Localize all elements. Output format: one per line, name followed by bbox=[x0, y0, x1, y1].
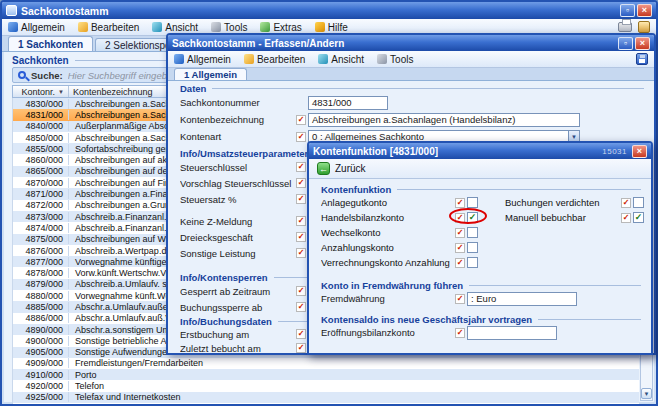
table-row[interactable]: 4920/000Telefon bbox=[13, 380, 639, 391]
bearbeiten-icon bbox=[244, 54, 254, 64]
modified-check-icon: ✓ bbox=[296, 216, 306, 226]
edit-menu-items: AllgemeinBearbeitenAnsichtTools bbox=[174, 54, 413, 65]
app-icon bbox=[6, 5, 17, 16]
account-number: 4910/000 bbox=[13, 370, 69, 380]
buchungssperre-ab-label: Buchungssperre ab bbox=[180, 302, 294, 313]
edit-window-buttons: ▫ × bbox=[618, 37, 650, 50]
window-menu-button[interactable]: ▫ bbox=[620, 4, 635, 17]
account-name: Fremdleistungen/Fremdarbeiten bbox=[69, 358, 639, 368]
edit-window-title: Sachkontostamm - Erfassen/Ändern bbox=[172, 38, 614, 49]
account-number: 4879/000 bbox=[13, 279, 69, 289]
menu-item-hilfe[interactable]: Hilfe bbox=[315, 22, 348, 33]
table-row[interactable]: 4909/000Fremdleistungen/Fremdarbeiten bbox=[13, 358, 639, 369]
scroll-down-icon[interactable]: ▼ bbox=[641, 388, 652, 399]
account-number: 4872/000 bbox=[13, 200, 69, 210]
eroeffnungsbilanzkonto-label: Eröffnungsbilanzkonto bbox=[321, 327, 453, 338]
close-button[interactable]: × bbox=[632, 145, 647, 158]
bearbeiten-icon bbox=[78, 22, 88, 32]
function-titlebar[interactable]: Kontenfunktion [4831/000] 15031 × bbox=[309, 143, 651, 159]
menu-item-ansicht[interactable]: Ansicht bbox=[152, 22, 198, 33]
edit-tabstrip: 1 Allgemein bbox=[168, 68, 654, 81]
print-icon[interactable] bbox=[618, 22, 632, 32]
menu-item-bearbeiten[interactable]: Bearbeiten bbox=[78, 22, 139, 33]
close-button[interactable]: × bbox=[637, 4, 652, 17]
eroeffnungsbilanzkonto-input[interactable] bbox=[467, 326, 557, 340]
edit-menubar-right bbox=[636, 53, 648, 65]
table-row[interactable]: 4910/000Porto bbox=[13, 369, 639, 380]
main-menu-items: AllgemeinBearbeitenAnsichtToolsExtrasHil… bbox=[8, 22, 348, 33]
group-fremdwaehrung-title: Konto in Fremdwährung führen bbox=[321, 280, 463, 291]
group-daten-title: Daten bbox=[180, 83, 206, 94]
sachkontonummer-row: Sachkontonummer 4831/000 bbox=[180, 94, 644, 111]
menu-item-tools[interactable]: Tools bbox=[211, 22, 247, 33]
exit-icon[interactable] bbox=[638, 21, 650, 33]
table-row[interactable]: 4925/000Telefax und Internetkosten bbox=[13, 392, 639, 403]
account-number: 4865/000 bbox=[13, 166, 69, 176]
buchungen-verdichten-row: Buchungen verdichten✓ bbox=[505, 195, 647, 210]
handelsbilanzkonto-checkbox[interactable]: ✓ bbox=[467, 212, 478, 223]
kontenbezeichnung-input[interactable]: Abschreibungen a.Sachanlagen (Handelsbil… bbox=[308, 113, 580, 127]
account-name: Porto bbox=[69, 370, 639, 380]
menu-item-allgemein[interactable]: Allgemein bbox=[8, 22, 65, 33]
account-number: 4878/000 bbox=[13, 268, 69, 278]
edit-titlebar[interactable]: Sachkontostamm - Erfassen/Ändern ▫ × bbox=[168, 35, 654, 51]
modified-check-icon: ✓ bbox=[621, 198, 631, 208]
window-menu-button[interactable]: ▫ bbox=[618, 37, 633, 50]
zuletzt-bebucht-am-label: Zuletzt bebucht am bbox=[180, 343, 294, 354]
window-box-icon: ▫ bbox=[624, 39, 627, 48]
section-title: Sachkonten bbox=[12, 55, 69, 66]
edit-menu-item-ansicht-label: Ansicht bbox=[331, 54, 364, 65]
edit-menu-item-ansicht[interactable]: Ansicht bbox=[318, 54, 364, 65]
buchungen-verdichten-checkbox[interactable] bbox=[633, 197, 644, 208]
verrechnungskonto-anzahlung-label: Verrechnungskonto Anzahlung bbox=[321, 257, 453, 268]
menu-item-bearbeiten-label: Bearbeiten bbox=[91, 22, 139, 33]
column-kontenbezeichnung-label: Kontenbezeichnung bbox=[73, 87, 153, 97]
main-window-title: Sachkontostamm bbox=[21, 5, 616, 17]
watermark: 15031 bbox=[602, 147, 627, 156]
anlagegutkonto-checkbox[interactable] bbox=[467, 197, 478, 208]
back-icon[interactable]: ← bbox=[317, 162, 330, 175]
manuell-bebuchbar-label: Manuell bebuchbar bbox=[505, 212, 619, 223]
main-menubar-right bbox=[618, 21, 650, 33]
account-number: 4876/000 bbox=[13, 246, 69, 256]
verrechnungskonto-anzahlung-checkbox[interactable] bbox=[467, 257, 478, 268]
modified-check-icon: ✓ bbox=[296, 115, 306, 125]
edit-menu-item-bearbeiten[interactable]: Bearbeiten bbox=[244, 54, 305, 65]
erstbuchung-am-label: Erstbuchung am bbox=[180, 329, 294, 340]
search-icon bbox=[18, 71, 26, 79]
anzahlungskonto-checkbox[interactable] bbox=[467, 242, 478, 253]
edit-menu-item-allgemein[interactable]: Allgemein bbox=[174, 54, 231, 65]
extras-icon bbox=[260, 22, 270, 32]
fremdwaehrung-label: Fremdwährung bbox=[321, 293, 453, 304]
group-fremdwaehrung: Konto in Fremdwährung führen Fremdwährun… bbox=[321, 279, 641, 306]
save-icon[interactable] bbox=[636, 53, 648, 65]
ansicht-icon bbox=[318, 54, 328, 64]
account-number: 4909/000 bbox=[13, 358, 69, 368]
anzahlungskonto-row: Anzahlungskonto✓ bbox=[321, 240, 641, 255]
main-titlebar[interactable]: Sachkontostamm ▫ × bbox=[2, 2, 656, 19]
group-saldovortrag-title: Kontensaldo ins neue Geschäftsjahr vortr… bbox=[321, 314, 532, 325]
close-icon: × bbox=[642, 6, 647, 15]
account-number: 4875/000 bbox=[13, 234, 69, 244]
tab-allgemein[interactable]: 1 Allgemein bbox=[174, 68, 247, 80]
close-button[interactable]: × bbox=[635, 37, 650, 50]
fremdwaehrung-input[interactable]: : Euro bbox=[467, 292, 577, 306]
modified-check-icon: ✓ bbox=[296, 329, 306, 339]
steuerschluessel-label: Steuerschlüssel bbox=[180, 162, 294, 173]
menu-item-extras[interactable]: Extras bbox=[260, 22, 301, 33]
manuell-bebuchbar-checkbox[interactable]: ✓ bbox=[633, 212, 644, 223]
wechselkonto-checkbox[interactable] bbox=[467, 227, 478, 238]
account-number: 4890/000 bbox=[13, 325, 69, 335]
edit-menu-item-tools[interactable]: Tools bbox=[377, 54, 413, 65]
account-number: 4905/000 bbox=[13, 347, 69, 357]
sonstige-leistung-label: Sonstige Leistung bbox=[180, 248, 294, 259]
account-number: 4870/000 bbox=[13, 178, 69, 188]
tab-1-sachkonten[interactable]: 1 Sachkonten bbox=[8, 36, 93, 51]
menu-item-hilfe-label: Hilfe bbox=[328, 22, 348, 33]
close-icon: × bbox=[637, 147, 642, 156]
modified-check-icon: ✓ bbox=[296, 162, 306, 172]
column-kontonr[interactable]: Kontonr. ▼ bbox=[13, 86, 69, 97]
handelsbilanzkonto-label: Handelsbilanzkonto bbox=[321, 212, 453, 223]
back-button[interactable]: Zurück bbox=[335, 163, 366, 174]
sachkontonummer-input[interactable]: 4831/000 bbox=[308, 96, 388, 110]
